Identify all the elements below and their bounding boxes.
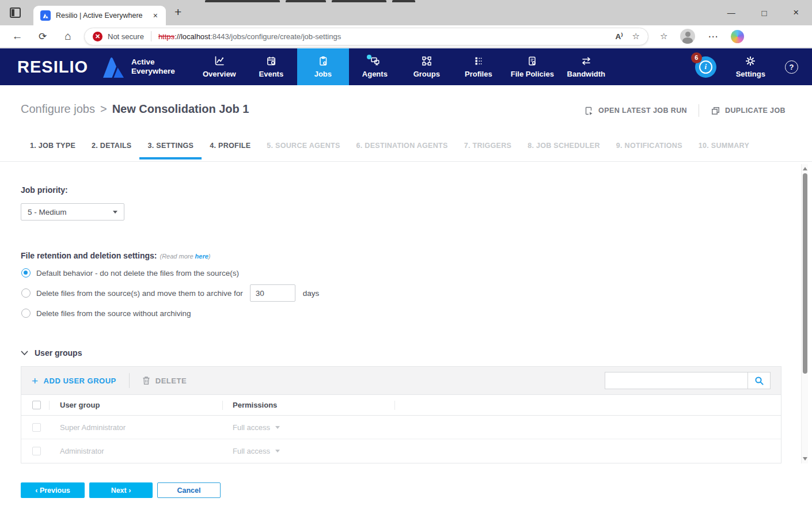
next-button[interactable]: Next › <box>89 482 153 498</box>
retention-option-delete[interactable]: Delete files from the source without arc… <box>21 309 191 318</box>
favorite-star-icon[interactable]: ☆ <box>632 31 640 41</box>
delete-button[interactable]: DELETE <box>142 376 187 385</box>
job-priority-select[interactable]: 5 - Medium <box>21 203 124 221</box>
open-job-run-icon <box>584 106 594 116</box>
user-groups-title: User groups <box>35 348 82 358</box>
row-checkbox[interactable] <box>32 447 41 455</box>
nav-item-file-policies[interactable]: File Policies <box>504 48 560 85</box>
read-more-link[interactable]: here <box>195 253 208 260</box>
refresh-button[interactable]: ⟳ <box>30 31 55 43</box>
home-button[interactable]: ⌂ <box>55 30 81 43</box>
user-groups-table: + ADD USER GROUP DELETE User group Per <box>21 366 781 463</box>
radio-icon[interactable] <box>21 309 31 318</box>
address-bar[interactable]: ✕ Not secure https://localhost:8443/jobs… <box>84 28 648 45</box>
browser-menu-icon[interactable]: ⋯ <box>708 31 718 43</box>
add-user-group-button[interactable]: + ADD USER GROUP <box>32 375 116 386</box>
browser-titlebar: Resilio | Active Everywhere × + — □ × <box>0 0 812 25</box>
search-button[interactable] <box>748 372 771 389</box>
search-input[interactable] <box>605 372 748 389</box>
agents-notification-dot <box>367 55 371 59</box>
retention-option-archive[interactable]: Delete files from the source(s) and move… <box>21 284 319 302</box>
groups-nodes-icon <box>421 55 432 67</box>
info-icon: i <box>699 60 712 74</box>
nav-item-bandwidth[interactable]: Bandwidth <box>560 48 612 85</box>
new-tab-button[interactable]: + <box>174 5 181 19</box>
nav-item-settings[interactable]: Settings <box>736 55 765 78</box>
retention-option-default[interactable]: Default behavior - do not delete the fil… <box>21 268 239 277</box>
step-profile[interactable]: 4. PROFILE <box>202 138 259 159</box>
browser-profile-avatar[interactable] <box>680 29 695 44</box>
resilio-wordmark: RESILIO <box>17 58 88 77</box>
chevron-down-icon <box>21 351 28 356</box>
step-settings[interactable]: 3. SETTINGS <box>139 138 202 159</box>
select-all-checkbox[interactable] <box>32 401 41 409</box>
duplicate-job-button[interactable]: DUPLICATE JOB <box>711 106 786 116</box>
tab-close-icon[interactable]: × <box>151 11 160 20</box>
nav-item-jobs[interactable]: Jobs <box>297 48 349 85</box>
url-text[interactable]: https://localhost:8443/jobs/configure/cr… <box>158 32 341 41</box>
radio-selected-icon[interactable] <box>21 268 31 277</box>
previous-button[interactable]: ‹ Previous <box>21 482 85 498</box>
plus-icon: + <box>32 375 39 386</box>
cancel-button[interactable]: Cancel <box>157 482 221 498</box>
chevron-down-icon <box>275 426 280 429</box>
bandwidth-arrows-icon <box>580 55 592 67</box>
notifications-button[interactable]: i 6 <box>695 56 716 78</box>
table-row[interactable]: Administrator Full access <box>21 439 781 463</box>
window-maximize-button[interactable]: □ <box>761 8 767 18</box>
browser-toolbar: ← ⟳ ⌂ ✕ Not secure https://localhost:844… <box>0 25 812 48</box>
permissions-select[interactable]: Full access <box>223 423 394 432</box>
user-groups-section-toggle[interactable]: User groups <box>21 348 82 358</box>
nav-item-agents[interactable]: Agents <box>349 48 401 85</box>
content-scrollbar[interactable] <box>801 164 808 463</box>
step-job-type[interactable]: 1. JOB TYPE <box>22 138 84 159</box>
nav-item-profiles[interactable]: Profiles <box>453 48 504 85</box>
not-secure-label[interactable]: Not secure <box>108 32 144 41</box>
wizard-steps: 1. JOB TYPE 2. DETAILS 3. SETTINGS 4. PR… <box>22 138 757 159</box>
permissions-select[interactable]: Full access <box>223 447 394 455</box>
radio-icon[interactable] <box>21 288 31 298</box>
notification-badge: 6 <box>691 52 702 63</box>
favorites-bar-icon[interactable]: ☆ <box>660 31 667 41</box>
events-calendar-icon <box>265 55 277 67</box>
row-checkbox[interactable] <box>32 423 41 432</box>
retention-label: File retention and deletion settings:(Re… <box>21 251 211 260</box>
nav-item-groups[interactable]: Groups <box>401 48 453 85</box>
read-aloud-icon[interactable]: A⁾ <box>615 32 623 41</box>
open-latest-job-run-button[interactable]: OPEN LATEST JOB RUN <box>584 106 687 116</box>
nav-item-events[interactable]: Events <box>245 48 297 85</box>
step-details[interactable]: 2. DETAILS <box>84 138 139 159</box>
chevron-down-icon <box>113 211 117 214</box>
scrollbar-thumb[interactable] <box>803 173 807 374</box>
breadcrumb-parent[interactable]: Configure jobs <box>21 102 95 116</box>
not-secure-icon[interactable]: ✕ <box>93 32 103 41</box>
nav-item-overview[interactable]: Overview <box>193 48 245 85</box>
back-button[interactable]: ← <box>5 30 30 43</box>
chevron-down-icon <box>275 450 280 453</box>
copilot-icon[interactable] <box>731 30 744 43</box>
scroll-up-icon[interactable] <box>803 167 807 170</box>
step-destination-agents: 6. DESTINATION AGENTS <box>348 138 456 159</box>
step-triggers: 7. TRIGGERS <box>456 138 519 159</box>
file-policies-document-icon <box>526 55 538 67</box>
actions-divider <box>699 104 699 117</box>
window-close-button[interactable]: × <box>793 7 799 18</box>
tab-workspaces-icon[interactable] <box>10 7 21 18</box>
toolbar-divider <box>129 373 130 388</box>
app-navbar: RESILIO Active Everywhere Overview <box>0 48 812 85</box>
scroll-down-icon[interactable] <box>803 457 807 461</box>
jobs-clipboard-icon <box>317 55 329 67</box>
help-icon[interactable]: ? <box>785 60 798 74</box>
steps-divider <box>0 161 812 162</box>
address-divider <box>151 31 151 41</box>
brand: RESILIO Active Everywhere <box>17 48 175 85</box>
window-minimize-button[interactable]: — <box>727 8 735 17</box>
tab-title: Resilio | Active Everywhere <box>56 12 151 20</box>
wizard-footer: ‹ Previous Next › Cancel <box>21 482 221 498</box>
user-group-name: Administrator <box>50 447 222 455</box>
browser-tab[interactable]: Resilio | Active Everywhere × <box>33 6 166 25</box>
profiles-list-icon <box>473 55 484 67</box>
table-row[interactable]: Super Administrator Full access <box>21 416 781 439</box>
column-user-group: User group <box>50 401 222 409</box>
archive-days-input[interactable] <box>250 284 295 302</box>
